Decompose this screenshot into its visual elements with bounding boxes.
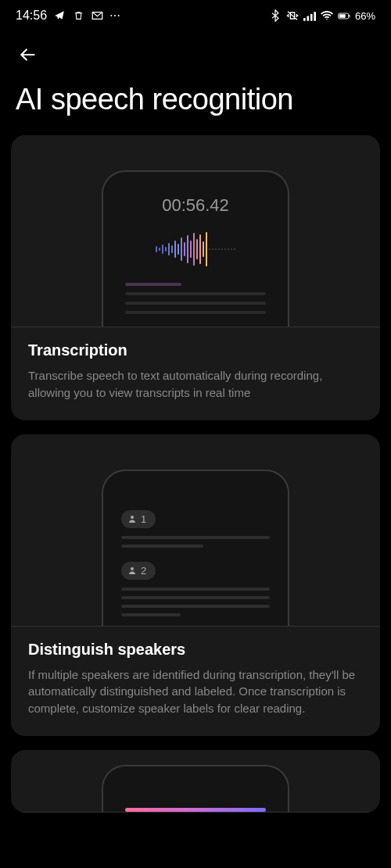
cards-container: 00:56.42 bbox=[0, 135, 391, 813]
status-bar: 14:56 ⋯ 66% bbox=[0, 0, 391, 31]
svg-rect-6 bbox=[349, 14, 350, 16]
battery-icon bbox=[338, 9, 350, 22]
card-speakers: 1 2 bbox=[11, 434, 380, 736]
card-title-speakers: Distinguish speakers bbox=[28, 641, 363, 659]
speaker-1-label: 1 bbox=[141, 513, 146, 525]
card-third-partial bbox=[11, 750, 380, 813]
svg-point-7 bbox=[131, 516, 134, 519]
card-desc-transcription: Transcribe speech to text automatically … bbox=[28, 367, 363, 402]
person-icon bbox=[127, 514, 137, 523]
status-time: 14:56 bbox=[16, 9, 47, 23]
illustration-third bbox=[11, 750, 380, 813]
illustration-speakers: 1 2 bbox=[11, 434, 380, 627]
wifi-icon bbox=[321, 9, 333, 22]
more-dots-icon: ⋯ bbox=[109, 9, 120, 22]
card-desc-speakers: If multiple speakers are identified duri… bbox=[28, 666, 363, 717]
telegram-icon bbox=[53, 9, 66, 22]
speaker-badge-2: 2 bbox=[121, 562, 156, 580]
svg-rect-0 bbox=[303, 18, 306, 21]
phone-frame-illustration: 00:56.42 bbox=[102, 170, 289, 327]
person-icon bbox=[127, 566, 137, 575]
card-title-transcription: Transcription bbox=[28, 341, 363, 359]
svg-rect-1 bbox=[307, 16, 309, 20]
speaker-2-label: 2 bbox=[141, 565, 146, 577]
svg-rect-2 bbox=[310, 13, 313, 20]
card-transcription: 00:56.42 bbox=[11, 135, 380, 420]
illustration-transcription: 00:56.42 bbox=[11, 135, 380, 327]
page-title: AI speech recognition bbox=[0, 75, 391, 135]
text-lines-illustration bbox=[125, 283, 266, 314]
bluetooth-icon bbox=[269, 9, 282, 22]
signal-icon bbox=[303, 9, 316, 22]
nav-bar bbox=[0, 31, 391, 75]
phone-frame-third bbox=[102, 765, 289, 812]
svg-point-8 bbox=[131, 567, 134, 570]
timer-display: 00:56.42 bbox=[162, 195, 229, 216]
waveform-illustration bbox=[156, 230, 235, 269]
battery-percent: 66% bbox=[355, 10, 375, 22]
trash-icon bbox=[72, 9, 84, 22]
gmail-icon bbox=[91, 9, 103, 22]
phone-frame-speakers: 1 2 bbox=[102, 470, 289, 626]
gradient-bar-illustration bbox=[125, 808, 266, 812]
svg-rect-3 bbox=[314, 12, 316, 21]
back-arrow-icon bbox=[18, 45, 38, 65]
svg-rect-5 bbox=[339, 14, 346, 18]
speaker-badge-1: 1 bbox=[121, 510, 156, 528]
back-button[interactable] bbox=[16, 42, 41, 67]
vibrate-icon bbox=[286, 9, 299, 22]
